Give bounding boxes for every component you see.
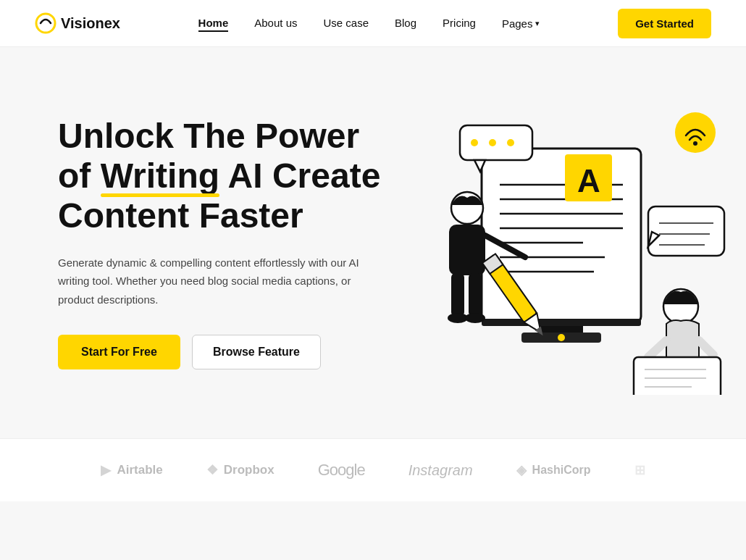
airtable-icon: ▶: [101, 462, 111, 478]
hero-buttons: Start For Free Browse Feature: [58, 335, 380, 369]
svg-point-26: [693, 141, 697, 146]
brand-hashicorp: ◈ HashiCorp: [516, 462, 591, 478]
nav-item-blog[interactable]: Blog: [395, 17, 416, 30]
nav-item-about[interactable]: About us: [254, 17, 297, 30]
navbar: Visionex Home About us Use case Blog Pri…: [0, 0, 746, 47]
start-free-button[interactable]: Start For Free: [58, 335, 180, 369]
svg-point-25: [675, 112, 716, 153]
nav-link-blog[interactable]: Blog: [395, 17, 416, 29]
svg-line-39: [648, 340, 666, 357]
svg-rect-20: [648, 206, 724, 256]
svg-point-18: [489, 139, 496, 146]
hero-description: Generate dynamic & compelling content ef…: [58, 254, 362, 309]
nav-link-pages[interactable]: Pages ▾: [502, 17, 540, 30]
brand-label-partial: ⊞: [634, 462, 645, 478]
svg-rect-31: [469, 273, 482, 317]
nav-item-pages[interactable]: Pages ▾: [502, 17, 540, 30]
brands-section: ▶ Airtable ❖ Dropbox Google Instagram ◈ …: [0, 438, 746, 501]
nav-item-home[interactable]: Home: [198, 17, 229, 30]
svg-point-0: [36, 14, 55, 33]
brand-airtable: ▶ Airtable: [101, 462, 162, 478]
svg-rect-30: [451, 273, 464, 317]
nav-item-usecase[interactable]: Use case: [323, 17, 369, 30]
nav-link-pricing[interactable]: Pricing: [443, 17, 476, 29]
nav-link-usecase[interactable]: Use case: [323, 17, 369, 29]
illustration-svg: A: [380, 91, 742, 395]
brand-label-hashicorp: HashiCorp: [532, 464, 591, 477]
svg-point-13: [558, 334, 565, 341]
svg-point-19: [507, 139, 514, 146]
get-started-button[interactable]: Get Started: [618, 9, 711, 38]
brand-partial: ⊞: [634, 462, 645, 478]
svg-rect-41: [634, 357, 721, 395]
svg-line-40: [699, 340, 713, 355]
svg-point-17: [471, 139, 478, 146]
chevron-down-icon: ▾: [535, 19, 540, 28]
hero-illustration: A: [380, 91, 742, 395]
brand-dropbox: ❖ Dropbox: [206, 462, 274, 478]
hero-content: Unlock The Power of Writing AI Create Co…: [58, 116, 380, 369]
brand-label-airtable: Airtable: [117, 463, 162, 477]
nav-links: Home About us Use case Blog Pricing Page…: [198, 17, 540, 30]
brand-label-dropbox: Dropbox: [224, 463, 274, 477]
svg-rect-14: [482, 319, 641, 326]
nav-link-about[interactable]: About us: [254, 17, 297, 29]
logo-icon: [35, 12, 56, 34]
dropbox-icon: ❖: [206, 462, 218, 478]
brand-google: Google: [318, 461, 365, 480]
brand-label-google: Google: [318, 461, 365, 480]
nav-link-home[interactable]: Home: [198, 17, 229, 32]
hero-section: Unlock The Power of Writing AI Create Co…: [0, 47, 746, 438]
browse-feature-button[interactable]: Browse Feature: [192, 335, 321, 369]
hashicorp-icon: ◈: [516, 462, 527, 478]
hero-title: Unlock The Power of Writing AI Create Co…: [58, 116, 380, 236]
brand-instagram: Instagram: [408, 462, 473, 479]
logo[interactable]: Visionex: [35, 12, 120, 34]
svg-point-27: [451, 192, 483, 224]
brand-label-instagram: Instagram: [408, 462, 473, 479]
logo-text: Visionex: [61, 15, 120, 32]
svg-point-33: [465, 313, 485, 323]
svg-text:A: A: [577, 163, 600, 198]
svg-point-32: [448, 313, 468, 323]
nav-item-pricing[interactable]: Pricing: [443, 17, 476, 30]
svg-rect-28: [449, 225, 485, 275]
